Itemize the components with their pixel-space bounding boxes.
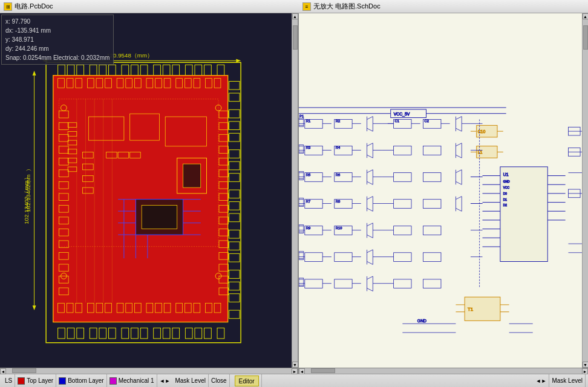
- sch-nav-item: ◄►: [534, 374, 550, 387]
- coord-y: y: 348.971: [5, 35, 109, 44]
- pcb-scroll-down[interactable]: ▼: [292, 362, 298, 368]
- pcb-scroll-right[interactable]: ►: [292, 368, 298, 374]
- svg-text:D1: D1: [503, 198, 508, 201]
- editor-label: Editor: [235, 376, 259, 386]
- close-label: Close: [211, 377, 227, 384]
- bottom-layer-color: [59, 377, 66, 385]
- status-bar: LS Top Layer Bottom Layer Mechanical 1 ◄…: [0, 374, 588, 387]
- svg-text:R8: R8: [336, 200, 341, 203]
- schematic-panel: R1 R2: [299, 13, 588, 374]
- pcb-with-scroll: x: 97.790 dx: -135.941 mm y: 348.971 dy:…: [0, 13, 298, 368]
- pcb-title-text: 电路.PcbDoc: [15, 2, 53, 11]
- bottom-layer-label: Bottom Layer: [68, 377, 103, 384]
- editor-item: Editor: [232, 374, 262, 387]
- mechanical-layer-label: Mechanical 1: [119, 377, 154, 384]
- top-layer-color: [18, 377, 25, 385]
- svg-text:R4: R4: [336, 146, 341, 149]
- schematic-with-scroll: R1 R2: [299, 13, 588, 368]
- svg-text:R5: R5: [306, 173, 311, 177]
- mechanical-layer-item[interactable]: Mechanical 1: [107, 374, 157, 387]
- sch-mask-level-item[interactable]: Mask Level: [549, 374, 586, 387]
- svg-text:P1: P1: [299, 114, 304, 118]
- pcb-hscroll-area: ◄ ►: [0, 368, 298, 374]
- sch-scroll-thumb-h[interactable]: [311, 368, 335, 373]
- svg-rect-62: [53, 76, 228, 322]
- pcb-scroll-thumb-h[interactable]: [12, 368, 36, 373]
- sch-icon: ≡: [302, 2, 311, 11]
- svg-rect-131: [142, 205, 177, 229]
- schematic-title-bar: ≡ 无放大 电路图.SchDoc: [299, 0, 588, 13]
- svg-text:L1: L1: [478, 150, 483, 154]
- pcb-icon: ⊞: [4, 2, 12, 11]
- pcb-scroll-up[interactable]: ▲: [292, 13, 298, 19]
- svg-text:R3: R3: [306, 146, 311, 149]
- sch-scroll-thumb-v[interactable]: [583, 25, 588, 50]
- coord-overlay: x: 97.790 dx: -135.941 mm y: 348.971 dy:…: [1, 15, 114, 65]
- svg-text:GND: GND: [417, 319, 426, 323]
- svg-text:R2: R2: [336, 119, 341, 123]
- coord-snap: Snap: 0.0254mm Electrical: 0.2032mm: [5, 53, 109, 62]
- sch-scroll-up[interactable]: ▲: [583, 13, 589, 19]
- svg-text:C1: C1: [395, 119, 400, 123]
- schematic-canvas[interactable]: R1 R2: [299, 13, 582, 368]
- svg-text:D0: D0: [503, 192, 508, 195]
- svg-text:R6: R6: [336, 173, 341, 177]
- close-item[interactable]: Close: [209, 374, 230, 387]
- bottom-layer-item[interactable]: Bottom Layer: [56, 374, 106, 387]
- sch-nav-icon: ◄►: [536, 378, 547, 384]
- svg-text:VCC: VCC: [503, 186, 510, 189]
- schematic-scrollbar-v[interactable]: ▲ ▼: [582, 13, 588, 368]
- mechanical-layer-color: [109, 377, 117, 385]
- mask-level-label: Mask Level: [175, 377, 206, 384]
- ls-item: LS: [2, 374, 15, 387]
- svg-text:U1: U1: [503, 172, 509, 177]
- app-container: ⊞ 电路.PcbDoc ≡ 无放大 电路图.SchDoc x: 97.790 d…: [0, 0, 588, 387]
- pcb-scrollbar-v[interactable]: ▲ ▼: [292, 13, 298, 368]
- pcb-scroll-left[interactable]: ◄: [0, 368, 6, 374]
- pcb-canvas[interactable]: x: 97.790 dx: -135.941 mm y: 348.971 dy:…: [0, 13, 292, 368]
- pcb-scroll-thumb-v[interactable]: [293, 25, 298, 50]
- layer-nav-item: ◄►: [157, 374, 173, 387]
- svg-text:D2: D2: [503, 204, 508, 207]
- schematic-svg: R1 R2: [299, 13, 582, 368]
- panels-row: x: 97.790 dx: -135.941 mm y: 348.971 dy:…: [0, 13, 588, 374]
- svg-text:C2: C2: [425, 119, 430, 123]
- coord-dy: dy: 244.246 mm: [5, 44, 109, 53]
- coord-dx: dx: -135.941 mm: [5, 26, 109, 35]
- pcb-panel: x: 97.790 dx: -135.941 mm y: 348.971 dy:…: [0, 13, 299, 374]
- svg-text:GND: GND: [503, 180, 510, 183]
- ls-label: LS: [5, 377, 12, 384]
- pcb-svg: 120.9548（mm） 120.9548（mm） 102.13402（mm） …: [0, 13, 292, 368]
- svg-text:T1: T1: [468, 307, 473, 312]
- svg-text:102.13402（mm）: 102.13402（mm）: [23, 174, 30, 224]
- svg-text:VCC_5V: VCC_5V: [394, 112, 410, 117]
- svg-text:R7: R7: [306, 200, 311, 203]
- top-layer-label: Top Layer: [27, 377, 53, 384]
- svg-text:R9: R9: [306, 226, 311, 230]
- coord-x: x: 97.790: [5, 17, 109, 26]
- schematic-title-text: 无放大 电路图.SchDoc: [313, 2, 381, 11]
- sch-mask-level-label: Mask Level: [552, 377, 583, 384]
- nav-icon: ◄►: [160, 378, 171, 384]
- svg-text:R1: R1: [306, 119, 311, 123]
- sch-scroll-down[interactable]: ▼: [583, 362, 589, 368]
- pcb-title-bar: ⊞ 电路.PcbDoc: [0, 0, 299, 13]
- svg-text:C10: C10: [478, 129, 486, 134]
- mask-level-item[interactable]: Mask Level: [172, 374, 209, 387]
- svg-rect-133: [183, 164, 200, 187]
- top-layer-item[interactable]: Top Layer: [15, 374, 56, 387]
- sch-hscroll-area: ◄ ►: [299, 368, 588, 374]
- svg-text:R10: R10: [336, 226, 342, 230]
